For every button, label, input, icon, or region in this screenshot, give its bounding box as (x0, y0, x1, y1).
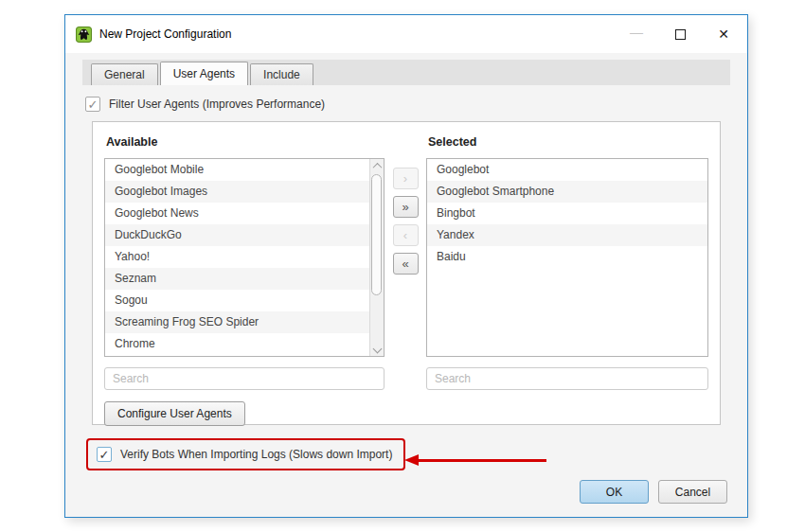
move-left-button[interactable]: ‹ (393, 224, 419, 246)
verify-bots-row: ✓ Verify Bots When Importing Logs (Slows… (82, 438, 730, 474)
list-item[interactable]: Seznam (105, 268, 369, 290)
available-search-input[interactable] (104, 367, 385, 390)
red-annotation-arrow (404, 454, 546, 466)
filter-user-agents-label: Filter User Agents (Improves Performance… (109, 98, 325, 111)
list-item[interactable]: Googlebot News (105, 203, 369, 224)
move-all-right-button[interactable]: » (393, 196, 419, 218)
close-button[interactable]: ✕ (702, 19, 745, 49)
cancel-button[interactable]: Cancel (658, 480, 727, 504)
chevron-up-icon (372, 163, 382, 172)
list-item[interactable]: Googlebot Images (105, 181, 369, 203)
screaming-frog-icon (76, 27, 92, 43)
selected-heading: Selected (428, 135, 708, 149)
new-project-configuration-dialog: New Project Configuration — ✕ General Us… (64, 14, 748, 518)
minimize-button[interactable]: — (615, 19, 658, 49)
tab[interactable]: General (91, 63, 158, 85)
maximize-icon (675, 29, 686, 40)
list-item[interactable]: Googlebot Mobile (105, 159, 369, 181)
tab[interactable]: User Agents (160, 62, 248, 85)
arrow-line (419, 459, 546, 462)
list-item[interactable]: Yahoo! (105, 246, 369, 268)
list-item[interactable]: Screaming Frog SEO Spider (105, 311, 369, 333)
available-column: Available Googlebot Mobile Googlebot Ima… (104, 133, 385, 426)
transfer-buttons: › » ‹ « (385, 133, 426, 426)
list-item[interactable]: Baidu (427, 246, 707, 268)
chevron-down-icon (372, 345, 382, 354)
list-item[interactable]: Yandex (427, 224, 707, 246)
verify-bots-label: Verify Bots When Importing Logs (Slows d… (120, 448, 392, 461)
verify-bots-highlight-box: ✓ Verify Bots When Importing Logs (Slows… (86, 438, 405, 470)
available-rows: Googlebot Mobile Googlebot Images Google… (105, 159, 369, 356)
close-icon: ✕ (718, 27, 729, 42)
scroll-down-button[interactable] (370, 342, 384, 356)
tab-label: General (104, 68, 145, 81)
maximize-button[interactable] (658, 19, 702, 49)
filter-user-agents-checkbox[interactable]: ✓ (85, 97, 100, 112)
configure-user-agents-button[interactable]: Configure User Agents (104, 401, 245, 426)
minimize-icon: — (630, 25, 643, 40)
verify-bots-checkbox[interactable]: ✓ (97, 447, 112, 462)
list-item[interactable]: Chrome (105, 333, 369, 355)
scrollbar-thumb[interactable] (371, 174, 382, 295)
selected-column: Selected Googlebot Googlebot Smartphone … (426, 133, 708, 426)
tab-strip: General User Agents Include (82, 60, 730, 85)
user-agents-panel: Available Googlebot Mobile Googlebot Ima… (92, 121, 721, 425)
selected-search-input[interactable] (426, 367, 708, 390)
list-item[interactable]: Sogou (105, 290, 369, 311)
selected-rows: Googlebot Googlebot Smartphone Bingbot Y… (427, 159, 707, 356)
list-item[interactable]: Googlebot (427, 159, 707, 181)
tab-label: User Agents (173, 67, 235, 80)
filter-user-agents-row: ✓ Filter User Agents (Improves Performan… (85, 97, 730, 112)
window-title: New Project Configuration (99, 27, 231, 41)
selected-listbox: Googlebot Googlebot Smartphone Bingbot Y… (426, 158, 708, 357)
list-item[interactable]: Googlebot Smartphone (427, 181, 707, 203)
arrow-head-icon (404, 454, 419, 466)
ok-button[interactable]: OK (580, 480, 649, 504)
move-right-button[interactable]: › (393, 168, 419, 189)
available-heading: Available (106, 135, 385, 149)
list-item[interactable]: DuckDuckGo (105, 224, 369, 246)
scroll-up-button[interactable] (370, 159, 384, 173)
dialog-content: General User Agents Include ✓ Filter Use… (65, 60, 747, 474)
available-listbox: Googlebot Mobile Googlebot Images Google… (104, 158, 385, 357)
tab-label: Include (263, 68, 300, 81)
tab[interactable]: Include (250, 63, 313, 85)
scrollbar[interactable] (369, 159, 384, 356)
title-bar: New Project Configuration — ✕ (65, 15, 747, 53)
move-all-left-button[interactable]: « (393, 253, 419, 275)
dialog-footer: OK Cancel (580, 480, 727, 504)
list-item[interactable]: Bingbot (427, 203, 707, 224)
